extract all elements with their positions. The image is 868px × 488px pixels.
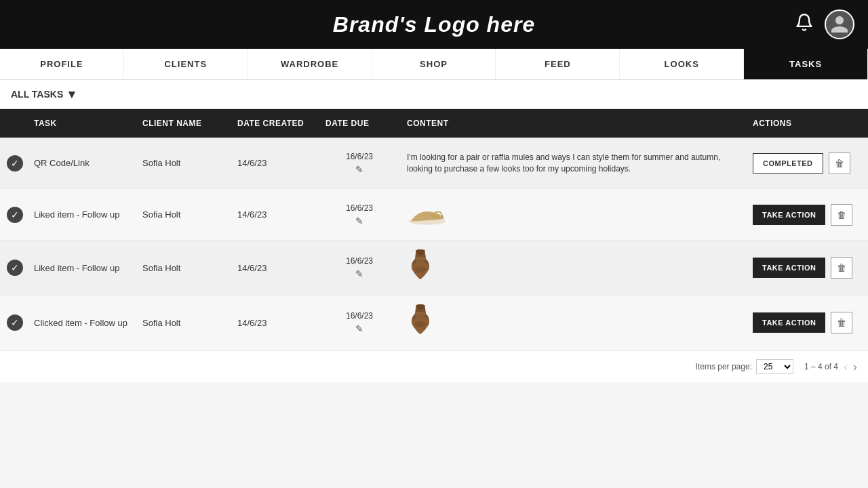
row3-actions: TAKE ACTION 🗑 [746, 250, 868, 285]
nav-looks[interactable]: LOOKS [620, 49, 744, 79]
check-icon: ✓ [7, 207, 23, 223]
svg-point-6 [414, 321, 426, 327]
col-client: CLIENT NAME [136, 109, 231, 138]
row2-client: Sofia Holt [136, 203, 231, 226]
brand-logo: Brand's Logo here [333, 12, 535, 37]
table-header: TASK CLIENT NAME DATE CREATED DATE DUE C… [0, 109, 868, 138]
table-row: ✓ Liked item - Follow up Sofia Holt 14/6… [0, 189, 868, 241]
next-page-button[interactable]: › [853, 360, 857, 374]
col-check [0, 109, 27, 138]
row2-date-due: 16/6/23 ✎ [319, 197, 400, 233]
user-avatar[interactable] [825, 9, 854, 39]
delete-button[interactable]: 🗑 [831, 312, 852, 333]
row3-date-created: 14/6/23 [231, 256, 319, 280]
page-range-label: 1 – 4 of 4 [804, 362, 838, 371]
nav-wardrobe[interactable]: WARDROBE [248, 49, 372, 79]
take-action-button[interactable]: TAKE ACTION [753, 312, 825, 333]
nav-clients[interactable]: CLIENTS [124, 49, 248, 79]
header-icons [795, 9, 854, 39]
nav-shop[interactable]: SHOP [372, 49, 496, 79]
delete-button[interactable]: 🗑 [829, 152, 850, 174]
col-task: TASK [27, 109, 136, 138]
row1-client: Sofia Holt [136, 151, 231, 175]
row4-client: Sofia Holt [136, 311, 231, 335]
check-icon: ✓ [7, 155, 23, 171]
col-date-due: DATE DUE [319, 109, 400, 138]
main-nav: PROFILE CLIENTS WARDROBE SHOP FEED LOOKS… [0, 49, 868, 80]
row2-date-created: 14/6/23 [231, 203, 319, 226]
row4-date-created: 14/6/23 [231, 311, 319, 335]
row4-date-due: 16/6/23 ✎ [319, 304, 400, 341]
row3-date-due: 16/6/23 ✎ [319, 249, 400, 286]
app-header: Brand's Logo here [0, 0, 868, 49]
row1-date-due: 16/6/23 ✎ [319, 145, 400, 182]
per-page-select[interactable]: 25 50 100 [756, 359, 793, 374]
chevron-down-icon: ▾ [68, 87, 75, 102]
filter-label: ALL TASKS [11, 89, 63, 100]
tasks-filter-dropdown[interactable]: ALL TASKS ▾ [11, 87, 75, 102]
row3-check: ✓ [0, 253, 27, 283]
row1-task: QR Code/Link [27, 151, 136, 175]
take-action-button[interactable]: TAKE ACTION [753, 258, 825, 278]
col-actions: ACTIONS [746, 109, 868, 138]
delete-button[interactable]: 🗑 [831, 257, 852, 279]
row3-content [400, 241, 746, 295]
items-per-page: Items per page: 25 50 100 [696, 359, 793, 374]
row1-check: ✓ [0, 148, 27, 178]
row1-date-created: 14/6/23 [231, 151, 319, 175]
row4-content [400, 296, 746, 350]
page-nav: 1 – 4 of 4 ‹ › [804, 360, 857, 374]
row2-check: ✓ [0, 200, 27, 230]
notification-bell-icon[interactable] [795, 13, 814, 36]
table-row: ✓ Liked item - Follow up Sofia Holt 14/6… [0, 241, 868, 296]
row3-client: Sofia Holt [136, 256, 231, 280]
row1-actions: COMPLETED 🗑 [746, 146, 868, 181]
table-row: ✓ Clicked item - Follow up Sofia Holt 14… [0, 296, 868, 350]
row1-content: I'm looking for a pair or raffia mules a… [400, 145, 746, 182]
table-row: ✓ QR Code/Link Sofia Holt 14/6/23 16/6/2… [0, 138, 868, 189]
prev-page-button[interactable]: ‹ [844, 360, 848, 374]
row2-actions: TAKE ACTION 🗑 [746, 197, 868, 232]
edit-icon[interactable]: ✎ [355, 216, 363, 226]
row4-task: Clicked item - Follow up [27, 311, 136, 335]
nav-tasks[interactable]: TASKS [744, 49, 868, 79]
completed-button[interactable]: COMPLETED [753, 153, 823, 174]
shoe-image [407, 201, 448, 228]
delete-button[interactable]: 🗑 [831, 204, 852, 226]
swimsuit2-image [407, 302, 434, 343]
col-date-created: DATE CREATED [231, 109, 319, 138]
edit-icon[interactable]: ✎ [355, 164, 363, 175]
tasks-table: TASK CLIENT NAME DATE CREATED DATE DUE C… [0, 109, 868, 350]
row2-task: Liked item - Follow up [27, 203, 136, 226]
check-icon: ✓ [7, 314, 23, 331]
row2-content [400, 195, 746, 235]
row4-actions: TAKE ACTION 🗑 [746, 305, 868, 340]
edit-icon[interactable]: ✎ [355, 323, 363, 334]
nav-feed[interactable]: FEED [496, 49, 620, 79]
swimsuit-image [407, 247, 434, 288]
items-per-page-label: Items per page: [696, 362, 752, 371]
pagination-bar: Items per page: 25 50 100 1 – 4 of 4 ‹ › [0, 350, 868, 382]
row3-task: Liked item - Follow up [27, 256, 136, 280]
edit-icon[interactable]: ✎ [355, 268, 363, 279]
take-action-button[interactable]: TAKE ACTION [753, 205, 825, 225]
col-content: CONTENT [400, 109, 746, 138]
nav-profile[interactable]: PROFILE [0, 49, 124, 79]
svg-point-5 [414, 266, 426, 272]
row4-check: ✓ [0, 308, 27, 338]
check-icon: ✓ [7, 260, 23, 276]
filter-bar: ALL TASKS ▾ [0, 80, 868, 109]
